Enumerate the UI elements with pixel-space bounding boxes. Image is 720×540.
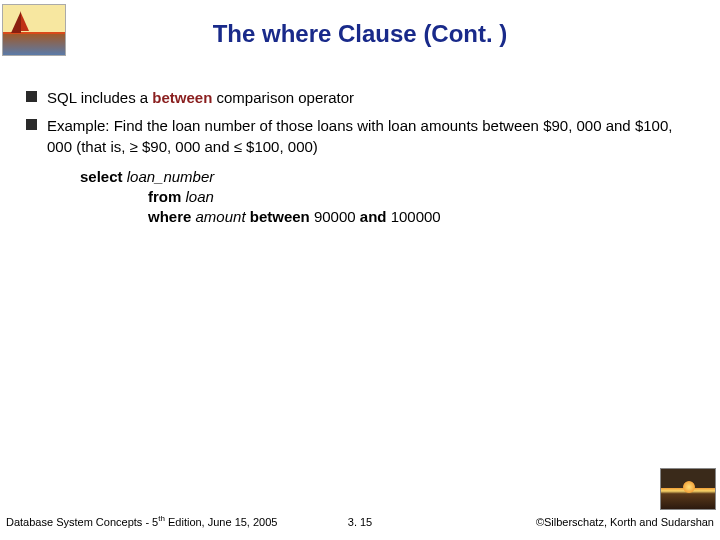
square-bullet-icon bbox=[26, 91, 37, 102]
sql-keyword: where bbox=[148, 208, 191, 225]
sql-keyword: between bbox=[250, 208, 310, 225]
slide: The where Clause (Cont. ) SQL includes a… bbox=[0, 0, 720, 540]
code-line: select loan_number bbox=[80, 167, 694, 187]
keyword: between bbox=[152, 89, 212, 106]
square-bullet-icon bbox=[26, 119, 37, 130]
sql-identifier: amount bbox=[191, 208, 249, 225]
slide-content: SQL includes a between comparison operat… bbox=[26, 88, 694, 228]
bullet-text: SQL includes a between comparison operat… bbox=[47, 88, 694, 108]
text-fragment: SQL includes a bbox=[47, 89, 152, 106]
slide-title: The where Clause (Cont. ) bbox=[0, 20, 720, 48]
bullet-text: Example: Find the loan number of those l… bbox=[47, 116, 694, 157]
sql-keyword: from bbox=[148, 188, 181, 205]
bullet-item: Example: Find the loan number of those l… bbox=[26, 116, 694, 157]
sql-literal: 100000 bbox=[386, 208, 440, 225]
sql-keyword: and bbox=[360, 208, 387, 225]
code-line: from loan bbox=[80, 187, 694, 207]
sql-code-block: select loan_number from loan where amoun… bbox=[80, 167, 694, 228]
sunset-icon bbox=[660, 468, 716, 510]
sql-literal: 90000 bbox=[310, 208, 360, 225]
sql-keyword: select bbox=[80, 168, 123, 185]
sun-shape bbox=[683, 481, 695, 493]
code-line: where amount between 90000 and 100000 bbox=[80, 207, 694, 227]
sql-identifier: loan_number bbox=[123, 168, 215, 185]
sql-identifier: loan bbox=[181, 188, 214, 205]
text-fragment: comparison operator bbox=[212, 89, 354, 106]
bullet-item: SQL includes a between comparison operat… bbox=[26, 88, 694, 108]
footer-right: ©Silberschatz, Korth and Sudarshan bbox=[536, 516, 714, 528]
